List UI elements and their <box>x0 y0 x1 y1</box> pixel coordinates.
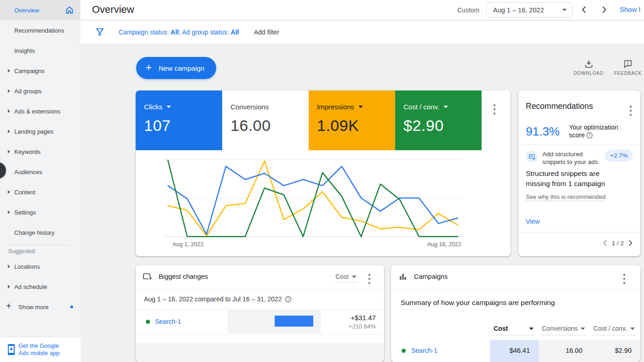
chevron-right-icon <box>600 6 608 14</box>
sidebar-item-recommendations[interactable]: Recommendations <box>0 20 80 40</box>
recommendations-menu-button[interactable] <box>630 104 632 117</box>
see-why-link[interactable]: See why this is recommended <box>526 193 605 201</box>
scorecard-cost-conv[interactable]: Cost / conv.$2.90 <box>395 90 482 150</box>
sidebar-item-campaigns[interactable]: Campaigns <box>0 61 80 81</box>
show-link[interactable]: Show l <box>620 6 640 13</box>
plus-icon: + <box>6 301 12 311</box>
expand-arrow-icon <box>8 109 10 113</box>
campaigns-card: Campaigns Summary of how your campaigns … <box>391 265 640 362</box>
sidebar-item-content[interactable]: Content <box>0 182 80 202</box>
scorecard-value: 1.09K <box>317 117 395 135</box>
feedback-label: FEEDBACK <box>614 71 642 76</box>
add-filter-button[interactable]: Add filter <box>254 28 279 36</box>
new-campaign-button[interactable]: + New campaign <box>136 57 216 79</box>
sidebar-item-label: Keywords <box>14 148 40 155</box>
plus-icon: + <box>145 62 152 73</box>
scorecard-value: $2.90 <box>403 117 482 135</box>
sidebar-item-change-history[interactable]: Change history <box>0 222 80 243</box>
performance-chart <box>163 158 467 238</box>
campaigns-title: Campaigns <box>414 273 448 280</box>
divider <box>391 289 640 289</box>
optimization-score-label: Your optimization score? <box>569 124 618 139</box>
home-icon <box>65 6 74 15</box>
column-header-conversions[interactable]: Conversions <box>541 325 586 335</box>
sidebar-item-label: Ad schedule <box>14 283 47 290</box>
comparison-period-label: Aug 1 – 16, 2022 compared to Jul 16 – 31… <box>144 295 292 303</box>
expand-arrow-icon <box>8 210 10 214</box>
sidebar-item-label: Change history <box>14 229 54 236</box>
sidebar: OverviewRecommendationsInsightsCampaigns… <box>0 0 80 362</box>
change-percent: +210.64% <box>349 323 376 330</box>
expand-arrow-icon <box>8 285 10 288</box>
column-header-cost[interactable]: Cost <box>493 325 535 335</box>
expand-arrow-icon <box>8 69 10 73</box>
biggest-changes-icon <box>143 272 152 281</box>
campaign-link[interactable]: Search-1 <box>411 347 437 354</box>
sidebar-item-overview[interactable]: Overview <box>0 0 80 20</box>
page-next-icon[interactable] <box>627 239 634 247</box>
show-more-label: Show more <box>18 304 49 311</box>
chevron-down-icon <box>352 276 356 278</box>
date-range-picker[interactable]: Aug 1 – 16, 2022 <box>486 2 573 17</box>
biggest-changes-title: Biggest changes <box>159 273 208 280</box>
prev-date-range-button[interactable] <box>580 6 588 16</box>
sidebar-item-label: Content <box>14 189 35 196</box>
expand-arrow-icon <box>8 265 10 268</box>
sidebar-item-label: Ad groups <box>14 88 41 95</box>
next-date-range-button[interactable] <box>600 6 608 16</box>
optimization-score-value: 91.3% <box>526 124 560 139</box>
sidebar-item-settings[interactable]: Settings <box>0 202 80 222</box>
sidebar-show-more[interactable]: + Show more <box>0 297 80 317</box>
cost-per-conv-cell: $2.90 <box>600 347 632 354</box>
recommendation-item-title[interactable]: Add structured snippets to your ads <box>542 150 598 166</box>
new-campaign-label: New campaign <box>159 64 204 72</box>
scorecards: Clicks107Conversions16.00Impressions1.09… <box>136 90 482 150</box>
scorecard-impressions[interactable]: Impressions1.09K <box>309 90 395 150</box>
metric-selector[interactable]: Cost <box>334 273 357 283</box>
chevron-down-icon <box>443 106 448 108</box>
scorecard-clicks[interactable]: Clicks107 <box>136 90 222 150</box>
sidebar-item-label: Overview <box>14 7 39 14</box>
sidebar-item-insights[interactable]: Insights <box>0 40 80 61</box>
chevron-down-icon <box>630 328 635 330</box>
sidebar-item-audiences[interactable]: Audiences <box>0 162 80 182</box>
sidebar-item-landing-pages[interactable]: Landing pages <box>0 121 80 141</box>
expand-arrow-icon <box>8 190 10 194</box>
change-bar <box>275 316 313 327</box>
date-range-type-label[interactable]: Custom <box>457 6 479 14</box>
help-icon[interactable]: ? <box>586 132 593 139</box>
sidebar-item-ad-schedule[interactable]: Ad schedule <box>0 277 80 297</box>
filter-status[interactable]: Campaign status: All; Ad group status: A… <box>119 28 239 36</box>
download-button[interactable]: DOWNLOAD <box>574 59 604 76</box>
page-prev-icon[interactable] <box>602 239 609 247</box>
chevron-down-icon <box>167 106 171 108</box>
campaign-link[interactable]: Search-1 <box>155 318 181 325</box>
column-header-cost-per-conv[interactable]: Cost / conv. <box>592 325 636 335</box>
sidebar-item-label: Settings <box>14 209 36 216</box>
help-icon[interactable]: ? <box>285 296 292 303</box>
sidebar-item-locations[interactable]: Locations <box>0 256 80 277</box>
feedback-button[interactable]: FEEDBACK <box>614 59 642 76</box>
biggest-changes-card: Biggest changes Cost Aug 1 – 16, 2022 co… <box>136 265 384 362</box>
expand-arrow-icon <box>8 150 10 153</box>
sidebar-item-ad-groups[interactable]: Ad groups <box>0 81 80 101</box>
get-mobile-app-link[interactable]: Get the Google Ads mobile app <box>0 337 80 362</box>
change-value: +$31.47 <box>351 314 376 322</box>
scorecard-conversions[interactable]: Conversions16.00 <box>222 90 309 150</box>
sidebar-item-ads-extensions[interactable]: Ads & extensions <box>0 101 80 121</box>
biggest-changes-menu-button[interactable] <box>368 272 370 285</box>
status-dot <box>402 349 406 353</box>
campaigns-menu-button[interactable] <box>623 272 625 285</box>
google-ads-overview-page: { "sidebar": { "items": [ {"label": "Ove… <box>0 0 644 362</box>
scorecard-label: Conversions <box>230 103 269 111</box>
expand-arrow-icon <box>8 89 10 93</box>
svg-text:?: ? <box>287 297 289 301</box>
chart-card-menu-button[interactable] <box>494 103 495 115</box>
chevron-down-icon <box>529 328 534 330</box>
download-icon <box>584 59 594 68</box>
expand-arrow-icon <box>8 130 10 133</box>
sidebar-item-keywords[interactable]: Keywords <box>0 141 80 162</box>
divider <box>518 145 640 145</box>
filter-bar: Campaign status: All; Ad group status: A… <box>80 21 644 44</box>
view-link[interactable]: View <box>526 218 540 225</box>
